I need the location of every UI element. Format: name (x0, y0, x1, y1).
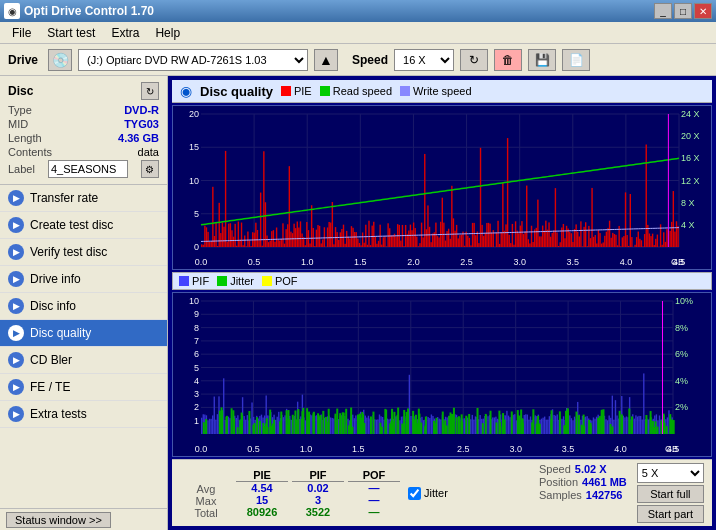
position-val: 4461 MB (582, 476, 627, 488)
speed-position-samples: Speed 5.02 X Position 4461 MB Samples 14… (539, 463, 627, 523)
drive-label: Drive (8, 53, 38, 67)
nav-disc-quality[interactable]: ▶ Disc quality (0, 320, 167, 347)
type-val: DVD-R (124, 104, 159, 116)
total-pof-val: — (369, 506, 380, 518)
contents-key: Contents (8, 146, 52, 158)
total-pif-val: 3522 (306, 506, 330, 518)
nav-verify-test-disc[interactable]: ▶ Verify test disc (0, 239, 167, 266)
disc-contents-row: Contents data (8, 146, 159, 158)
menu-file[interactable]: File (4, 24, 39, 42)
legend-read-label: Read speed (333, 85, 392, 97)
nav-label-bler: CD Bler (30, 353, 72, 367)
nav-label-drive: Drive info (30, 272, 81, 286)
legend-pie-label: PIE (294, 85, 312, 97)
legend-write-speed: Write speed (400, 85, 472, 97)
erase-button[interactable]: 🗑 (494, 49, 522, 71)
menu-start-test[interactable]: Start test (39, 24, 103, 42)
samples-val: 142756 (586, 489, 623, 501)
nav-create-test-disc[interactable]: ▶ Create test disc (0, 212, 167, 239)
drive-icon: 💿 (48, 49, 72, 71)
nav-cd-bler[interactable]: ▶ CD Bler (0, 347, 167, 374)
status-window-button[interactable]: Status window >> (6, 512, 111, 528)
stats-pof-col: POF — — — (348, 469, 400, 518)
bottom-chart-container (172, 292, 712, 457)
avg-pof-val: — (369, 482, 380, 494)
disc-title: Disc (8, 84, 33, 98)
speed-select-and-buttons: 5 X Start full Start part (637, 463, 704, 523)
legend-pif-label: PIF (192, 275, 209, 287)
speed-select[interactable]: 16 X (394, 49, 454, 71)
nav-label-disc: Disc info (30, 299, 76, 313)
status-area: Status window >> (0, 508, 167, 530)
nav-fe-te[interactable]: ▶ FE / TE (0, 374, 167, 401)
legend-pie-color (281, 86, 291, 96)
stats-pif-header: PIF (292, 469, 344, 482)
nav-label-quality: Disc quality (30, 326, 91, 340)
start-part-button[interactable]: Start part (637, 505, 704, 523)
save-button[interactable]: 📄 (562, 49, 590, 71)
nav-extra-tests[interactable]: ▶ Extra tests (0, 401, 167, 428)
menu-extra[interactable]: Extra (103, 24, 147, 42)
type-key: Type (8, 104, 32, 116)
maximize-button[interactable]: □ (674, 3, 692, 19)
burn-button[interactable]: 💾 (528, 49, 556, 71)
nav-icon-drive: ▶ (8, 271, 24, 287)
legend-read-color (320, 86, 330, 96)
legend-pif-color (179, 276, 189, 286)
nav-icon-create: ▶ (8, 217, 24, 233)
drive-select[interactable]: (J:) Optiarc DVD RW AD-7261S 1.03 (78, 49, 308, 71)
samples-label: Samples (539, 489, 582, 501)
total-pie-val: 80926 (247, 506, 278, 518)
top-chart-canvas (173, 106, 711, 269)
nav-label-fete: FE / TE (30, 380, 70, 394)
legend-jitter-color (217, 276, 227, 286)
nav-label-extra: Extra tests (30, 407, 87, 421)
max-label: Max (196, 495, 217, 507)
top-chart-container (172, 105, 712, 270)
stats-pif-col: PIF 0.02 3 3522 (292, 469, 344, 518)
disc-length-row: Length 4.36 GB (8, 132, 159, 144)
title-bar: ◉ Opti Drive Control 1.70 _ □ ✕ (0, 0, 716, 22)
chart-header-icon: ◉ (180, 83, 192, 99)
label-icon-button[interactable]: ⚙ (141, 160, 159, 178)
jitter-check: Jitter (408, 487, 448, 500)
minimize-button[interactable]: _ (654, 3, 672, 19)
chart-title: Disc quality (200, 84, 273, 99)
menu-help[interactable]: Help (147, 24, 188, 42)
legend-pof: POF (262, 275, 298, 287)
eject-button[interactable]: ▲ (314, 49, 338, 71)
disc-mid-row: MID TYG03 (8, 118, 159, 130)
legend-write-label: Write speed (413, 85, 472, 97)
stats-pof-header: POF (348, 469, 400, 482)
nav-icon-bler: ▶ (8, 352, 24, 368)
nav-list: ▶ Transfer rate ▶ Create test disc ▶ Ver… (0, 185, 167, 508)
test-speed-select[interactable]: 5 X (637, 463, 704, 483)
speed-val: 5.02 X (575, 463, 607, 475)
title-bar-left: ◉ Opti Drive Control 1.70 (4, 3, 154, 19)
nav-drive-info[interactable]: ▶ Drive info (0, 266, 167, 293)
main-layout: Disc ↻ Type DVD-R MID TYG03 Length 4.36 … (0, 76, 716, 530)
refresh-speed-button[interactable]: ↻ (460, 49, 488, 71)
avg-label: Avg (197, 483, 216, 495)
label-key: Label (8, 163, 35, 175)
avg-pie-val: 4.54 (251, 482, 272, 494)
legend-read-speed: Read speed (320, 85, 392, 97)
speed-label-stat: Speed (539, 463, 571, 475)
length-key: Length (8, 132, 42, 144)
nav-icon-extra: ▶ (8, 406, 24, 422)
disc-section: Disc ↻ Type DVD-R MID TYG03 Length 4.36 … (0, 76, 167, 185)
nav-disc-info[interactable]: ▶ Disc info (0, 293, 167, 320)
disc-refresh-button[interactable]: ↻ (141, 82, 159, 100)
close-button[interactable]: ✕ (694, 3, 712, 19)
start-full-button[interactable]: Start full (637, 485, 704, 503)
nav-icon-fete: ▶ (8, 379, 24, 395)
drive-bar: Drive 💿 (J:) Optiarc DVD RW AD-7261S 1.0… (0, 44, 716, 76)
total-label: Total (194, 507, 217, 519)
nav-icon-quality: ▶ (8, 325, 24, 341)
label-input[interactable] (48, 160, 128, 178)
jitter-label: Jitter (424, 487, 448, 499)
left-panel: Disc ↻ Type DVD-R MID TYG03 Length 4.36 … (0, 76, 168, 530)
nav-transfer-rate[interactable]: ▶ Transfer rate (0, 185, 167, 212)
jitter-checkbox[interactable] (408, 487, 421, 500)
speed-row: Speed 5.02 X (539, 463, 627, 475)
